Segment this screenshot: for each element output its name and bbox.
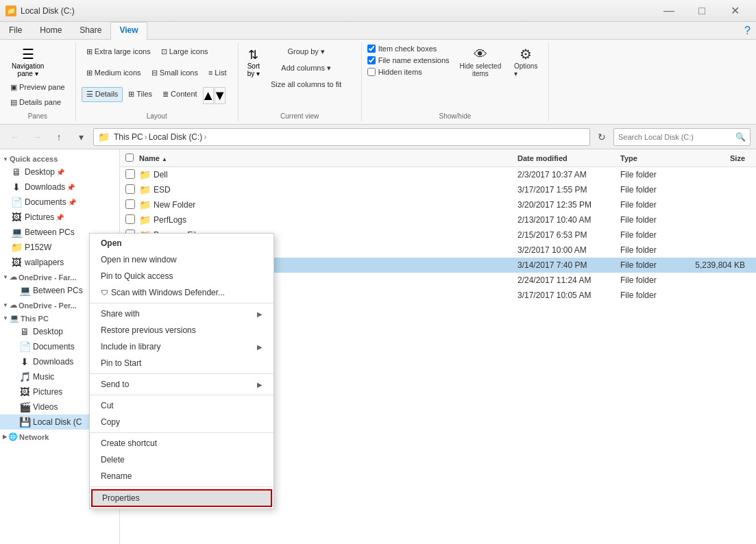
item-check-boxes-checkbox[interactable] bbox=[367, 45, 376, 53]
address-breadcrumb: 📁 This PC › Local Disk (C:) › bbox=[98, 132, 206, 143]
layout-scroll-down[interactable]: ▼ bbox=[215, 87, 225, 104]
extra-large-icons-button[interactable]: ⊞ Extra large icons bbox=[82, 44, 156, 59]
content-button[interactable]: ≣ Content bbox=[158, 87, 202, 102]
layout-scroll-up[interactable]: ▲ bbox=[203, 87, 214, 104]
tiles-button[interactable]: ⊞ Tiles bbox=[123, 87, 157, 102]
file-row-dell[interactable]: 📁 Dell 2/3/2017 10:37 AM File folder bbox=[120, 167, 756, 182]
medium-icons-button[interactable]: ⊞ Medium icons bbox=[82, 65, 146, 80]
header-type-col[interactable]: Type bbox=[620, 154, 689, 162]
ctx-copy[interactable]: Copy bbox=[90, 414, 273, 430]
large-icons-button[interactable]: ⊡ Large icons bbox=[156, 44, 213, 59]
maximize-button[interactable]: □ bbox=[686, 0, 718, 22]
network-icon: 🌐 bbox=[8, 432, 18, 441]
sidebar-item-desktop-quick[interactable]: 🖥 Desktop 📌 bbox=[0, 164, 119, 180]
ctx-pin-start[interactable]: Pin to Start bbox=[90, 355, 273, 371]
up-button[interactable]: ↑ bbox=[49, 127, 69, 147]
esd-name: ESD bbox=[154, 185, 171, 195]
breadcrumb-local-disk[interactable]: Local Disk (C:) bbox=[149, 132, 203, 142]
details-icon: ▤ bbox=[10, 98, 17, 107]
item-check-boxes-option[interactable]: Item check boxes bbox=[367, 44, 450, 53]
perflogs-check bbox=[125, 214, 139, 226]
back-button[interactable]: ← bbox=[5, 127, 25, 147]
hidden-items-option[interactable]: Hidden items bbox=[367, 67, 450, 77]
ctx-delete[interactable]: Delete bbox=[90, 452, 273, 468]
recent-locations-button[interactable]: ▾ bbox=[71, 127, 90, 147]
preview-icon: ▣ bbox=[10, 83, 17, 92]
perflogs-checkbox[interactable] bbox=[125, 214, 135, 224]
wallpapers-icon: 🖼 bbox=[11, 257, 22, 268]
ctx-send-to[interactable]: Send to ▶ bbox=[90, 376, 273, 393]
name-sort-arrow: ▲ bbox=[162, 156, 167, 162]
group-by-button[interactable]: Group by ▾ bbox=[266, 44, 346, 59]
ctx-cut[interactable]: Cut bbox=[90, 397, 273, 414]
ctx-pin-quick-access[interactable]: Pin to Quick access bbox=[90, 268, 273, 284]
hide-selected-label: Hide selecteditems bbox=[460, 62, 502, 77]
name-col-label: Name bbox=[139, 154, 160, 162]
file-row-new-folder[interactable]: 📁 New Folder 3/20/2017 12:35 PM File fol… bbox=[120, 197, 756, 212]
new-folder-type: File folder bbox=[620, 200, 689, 210]
small-icons-button[interactable]: ⊟ Small icons bbox=[147, 65, 203, 80]
ctx-sep-4 bbox=[90, 432, 273, 433]
list-button[interactable]: ≡ List bbox=[204, 65, 232, 80]
sidebar-quick-access-header[interactable]: ▼ Quick access bbox=[0, 152, 119, 164]
ctx-sep-1 bbox=[90, 303, 273, 304]
preview-pane-button[interactable]: ▣ Preview pane bbox=[5, 79, 70, 95]
tab-share[interactable]: Share bbox=[71, 22, 110, 40]
header-size-col[interactable]: Size bbox=[689, 154, 751, 162]
ctx-create-shortcut[interactable]: Create shortcut bbox=[90, 435, 273, 452]
ribbon-group-layout: ⊞ Extra large icons ⊡ Large icons ⊞ Medi… bbox=[76, 42, 239, 121]
ctx-scan-defender[interactable]: 🛡 Scan with Windows Defender... bbox=[90, 284, 273, 301]
ctx-include-library[interactable]: Include in library ▶ bbox=[90, 338, 273, 355]
ribbon-content: ☰ Navigationpane ▾ ▣ Preview pane ▤ Deta… bbox=[0, 40, 756, 124]
help-button[interactable]: ? bbox=[744, 25, 751, 37]
file-name-extensions-checkbox[interactable] bbox=[367, 56, 376, 64]
header-date-col[interactable]: Date modified bbox=[517, 154, 620, 162]
ctx-restore-previous[interactable]: Restore previous versions bbox=[90, 322, 273, 338]
size-all-columns-button[interactable]: Size all columns to fit bbox=[266, 77, 346, 92]
item-check-boxes-label: Item check boxes bbox=[378, 45, 437, 53]
search-box[interactable]: 🔍 bbox=[613, 128, 751, 146]
file-row-perflogs[interactable]: 📁 PerfLogs 2/13/2017 10:40 AM File folde… bbox=[120, 212, 756, 227]
address-bar[interactable]: 📁 This PC › Local Disk (C:) › bbox=[93, 128, 590, 146]
music-pc-label: Music bbox=[33, 372, 54, 382]
dell-date: 2/3/2017 10:37 AM bbox=[517, 170, 620, 180]
forward-button[interactable]: → bbox=[27, 127, 47, 147]
this-pc-icon: 💻 bbox=[10, 314, 19, 323]
details-button[interactable]: ☰ Details bbox=[82, 87, 123, 102]
file-row-esd[interactable]: 📁 ESD 3/17/2017 1:55 PM File folder bbox=[120, 182, 756, 197]
hidden-items-checkbox[interactable] bbox=[367, 68, 376, 76]
ctx-open-new-window[interactable]: Open in new window bbox=[90, 251, 273, 268]
onedrive2-icon: ☁ bbox=[10, 301, 17, 310]
ctx-open[interactable]: Open bbox=[90, 235, 273, 251]
tab-file[interactable]: File bbox=[0, 22, 31, 40]
sort-by-button[interactable]: ⇅ Sortby ▾ bbox=[244, 44, 263, 92]
dell-checkbox[interactable] bbox=[125, 169, 135, 179]
pictures-icon: 🖼 bbox=[11, 212, 22, 223]
breadcrumb-this-pc[interactable]: This PC bbox=[114, 132, 143, 142]
header-name-col[interactable]: Name ▲ bbox=[139, 154, 517, 162]
navigation-pane-button[interactable]: ☰ Navigationpane ▾ bbox=[5, 44, 50, 79]
tab-view[interactable]: View bbox=[110, 22, 147, 40]
program-files-date: 2/15/2017 6:53 PM bbox=[517, 230, 620, 240]
ctx-share-with[interactable]: Share with ▶ bbox=[90, 306, 273, 322]
file-name-extensions-option[interactable]: File name extensions bbox=[367, 55, 450, 65]
close-button[interactable]: ✕ bbox=[719, 0, 751, 22]
search-input[interactable] bbox=[618, 133, 733, 141]
add-columns-button[interactable]: Add columns ▾ bbox=[266, 60, 346, 75]
ctx-rename[interactable]: Rename bbox=[90, 468, 273, 484]
ctx-properties[interactable]: Properties bbox=[91, 489, 272, 507]
new-folder-checkbox[interactable] bbox=[125, 199, 135, 209]
select-all-checkbox[interactable] bbox=[125, 153, 134, 162]
esd-checkbox[interactable] bbox=[125, 184, 135, 194]
refresh-button[interactable]: ↻ bbox=[593, 128, 611, 146]
details-pane-button[interactable]: ▤ Details pane bbox=[5, 95, 66, 110]
sidebar-item-documents-quick[interactable]: 📄 Documents 📌 bbox=[0, 195, 119, 210]
hide-selected-items-button[interactable]: 👁 Hide selecteditems bbox=[455, 44, 507, 79]
tab-home[interactable]: Home bbox=[31, 22, 71, 40]
options-button[interactable]: ⚙ Options▾ bbox=[509, 44, 543, 79]
esd-name-cell: 📁 ESD bbox=[139, 184, 517, 195]
minimize-button[interactable]: — bbox=[653, 0, 685, 22]
search-icon: 🔍 bbox=[735, 132, 746, 142]
sidebar-item-downloads-quick[interactable]: ⬇ Downloads 📌 bbox=[0, 180, 119, 195]
sidebar-item-pictures-quick[interactable]: 🖼 Pictures 📌 bbox=[0, 210, 119, 225]
